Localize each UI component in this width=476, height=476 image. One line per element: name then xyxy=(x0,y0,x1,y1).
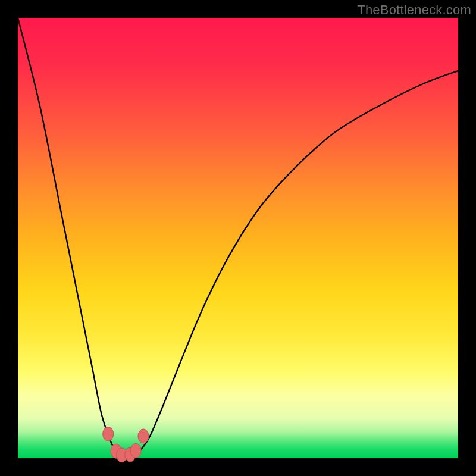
curve-marker xyxy=(138,429,149,443)
bottleneck-curve-path xyxy=(18,18,458,459)
watermark-text: TheBottleneck.com xyxy=(357,2,471,18)
curve-markers xyxy=(103,427,149,462)
curve-marker xyxy=(103,427,114,441)
curve-svg xyxy=(18,18,458,458)
curve-marker xyxy=(130,443,141,458)
chart-frame: TheBottleneck.com xyxy=(0,0,476,476)
plot-area xyxy=(18,18,458,458)
